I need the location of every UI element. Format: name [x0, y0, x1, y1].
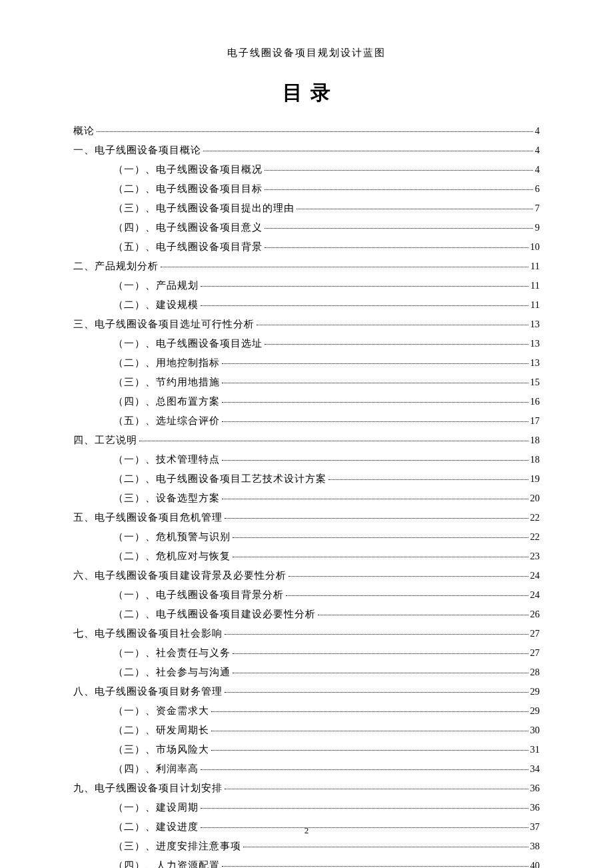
toc-leader-dots: [265, 247, 528, 248]
toc-entry: （一）、危机预警与识别22: [73, 527, 540, 547]
toc-entry-page: 31: [530, 740, 540, 759]
toc-entry: （五）、电子线圈设备项目背景10: [73, 237, 540, 257]
toc-entry-label: （一）、电子线圈设备项目选址: [113, 334, 263, 353]
toc-leader-dots: [201, 769, 528, 770]
toc-entry-label: （二）、研发周期长: [113, 721, 209, 740]
toc-entry-label: （一）、电子线圈设备项目概况: [113, 160, 263, 179]
toc-entry: 六、电子线圈设备项目建设背景及必要性分析24: [73, 566, 540, 585]
toc-leader-dots: [225, 518, 528, 519]
toc-entry: （二）、建设规模11: [73, 295, 540, 315]
toc-entry-label: （三）、进度安排注意事项: [113, 837, 241, 856]
toc-entry-page: 36: [530, 779, 540, 798]
toc-leader-dots: [201, 808, 528, 809]
toc-entry: （二）、用地控制指标13: [73, 353, 540, 373]
toc-entry-page: 38: [530, 837, 540, 856]
toc-leader-dots: [222, 866, 528, 867]
toc-entry-page: 9: [535, 218, 540, 237]
toc-entry-page: 36: [530, 798, 540, 817]
toc-entry-page: 10: [530, 237, 540, 257]
toc-entry: （一）、电子线圈设备项目概况4: [73, 160, 540, 179]
toc-entry-page: 29: [530, 682, 540, 701]
toc-entry-page: 15: [530, 373, 540, 392]
toc-entry: （二）、社会参与与沟通28: [73, 663, 540, 682]
toc-entry-label: （二）、电子线圈设备项目建设必要性分析: [113, 605, 316, 624]
toc-entry-page: 34: [530, 759, 540, 779]
toc-leader-dots: [225, 692, 528, 693]
toc-entry-label: （四）、利润率高: [113, 759, 199, 779]
toc-entry-page: 30: [530, 721, 540, 740]
toc-leader-dots: [297, 209, 533, 209]
toc-entry-label: （一）、危机预警与识别: [113, 527, 231, 547]
toc-entry-label: 六、电子线圈设备项目建设背景及必要性分析: [73, 566, 287, 585]
toc-entry: （三）、节约用地措施15: [73, 373, 540, 392]
toc-leader-dots: [222, 460, 528, 461]
toc-leader-dots: [222, 499, 528, 499]
toc-entry-label: （三）、节约用地措施: [113, 373, 220, 392]
toc-entry-page: 13: [530, 334, 540, 353]
toc-entry: 七、电子线圈设备项目社会影响27: [73, 624, 540, 643]
toc-entry: （二）、电子线圈设备项目建设必要性分析26: [73, 605, 540, 624]
toc-entry-page: 26: [530, 605, 540, 624]
toc-entry-page: 18: [530, 431, 540, 450]
toc-list: 概论4一、电子线圈设备项目概论4（一）、电子线圈设备项目概况4（二）、电子线圈设…: [73, 121, 540, 868]
toc-entry: （二）、电子线圈设备项目工艺技术设计方案19: [73, 469, 540, 489]
toc-entry: （二）、研发周期长30: [73, 721, 540, 740]
toc-leader-dots: [201, 305, 528, 306]
page-number: 2: [0, 825, 613, 836]
toc-entry-page: 16: [530, 392, 540, 411]
toc-entry-page: 24: [530, 585, 540, 605]
toc-entry-label: （二）、危机应对与恢复: [113, 547, 231, 566]
toc-leader-dots: [289, 576, 528, 577]
toc-entry-page: 13: [530, 315, 540, 334]
toc-entry-page: 13: [530, 353, 540, 373]
toc-leader-dots: [233, 557, 528, 557]
toc-entry-label: （二）、用地控制指标: [113, 353, 220, 373]
toc-entry: （四）、总图布置方案16: [73, 392, 540, 411]
toc-entry-page: 4: [535, 141, 540, 160]
document-header: 电子线圈设备项目规划设计蓝图: [73, 47, 540, 59]
toc-leader-dots: [265, 344, 528, 345]
toc-entry-label: 二、产品规划分析: [73, 257, 159, 276]
toc-entry: （三）、电子线圈设备项目提出的理由7: [73, 199, 540, 218]
toc-entry-label: （四）、总图布置方案: [113, 392, 220, 411]
toc-entry-page: 4: [535, 160, 540, 179]
toc-entry-label: （三）、电子线圈设备项目提出的理由: [113, 199, 295, 218]
toc-entry: 三、电子线圈设备项目选址可行性分析13: [73, 315, 540, 334]
toc-entry-page: 22: [530, 527, 540, 547]
toc-leader-dots: [139, 441, 528, 441]
toc-leader-dots: [97, 131, 533, 132]
toc-entry-page: 7: [535, 199, 540, 218]
toc-entry-page: 27: [530, 643, 540, 663]
toc-leader-dots: [161, 267, 528, 267]
toc-entry-page: 11: [530, 276, 540, 295]
toc-entry: （五）、选址综合评价17: [73, 411, 540, 431]
toc-title: 目录: [73, 79, 540, 107]
toc-entry-page: 28: [530, 663, 540, 682]
toc-entry: 八、电子线圈设备项目财务管理29: [73, 682, 540, 701]
toc-entry-label: （五）、电子线圈设备项目背景: [113, 237, 263, 257]
toc-entry-label: （三）、设备选型方案: [113, 489, 220, 508]
toc-entry-page: 24: [530, 566, 540, 585]
toc-leader-dots: [222, 383, 528, 383]
toc-leader-dots: [222, 402, 528, 403]
toc-entry: 二、产品规划分析11: [73, 257, 540, 276]
toc-entry-label: 概论: [73, 121, 95, 141]
toc-leader-dots: [222, 421, 528, 422]
toc-entry: （四）、人力资源配置40: [73, 856, 540, 868]
toc-entry-page: 4: [535, 121, 540, 141]
toc-leader-dots: [233, 537, 528, 538]
toc-entry: 四、工艺说明18: [73, 431, 540, 450]
toc-entry: （三）、进度安排注意事项38: [73, 837, 540, 856]
toc-leader-dots: [203, 151, 533, 151]
toc-entry: （二）、电子线圈设备项目目标6: [73, 179, 540, 199]
toc-entry-label: 七、电子线圈设备项目社会影响: [73, 624, 223, 643]
toc-entry-page: 23: [530, 547, 540, 566]
toc-leader-dots: [286, 595, 528, 596]
toc-entry: （二）、危机应对与恢复23: [73, 547, 540, 566]
toc-leader-dots: [265, 228, 533, 229]
toc-entry-label: （四）、电子线圈设备项目意义: [113, 218, 263, 237]
toc-entry: （一）、建设周期36: [73, 798, 540, 817]
toc-entry: 五、电子线圈设备项目危机管理22: [73, 508, 540, 527]
toc-leader-dots: [243, 847, 528, 847]
toc-entry-label: （五）、选址综合评价: [113, 411, 220, 431]
